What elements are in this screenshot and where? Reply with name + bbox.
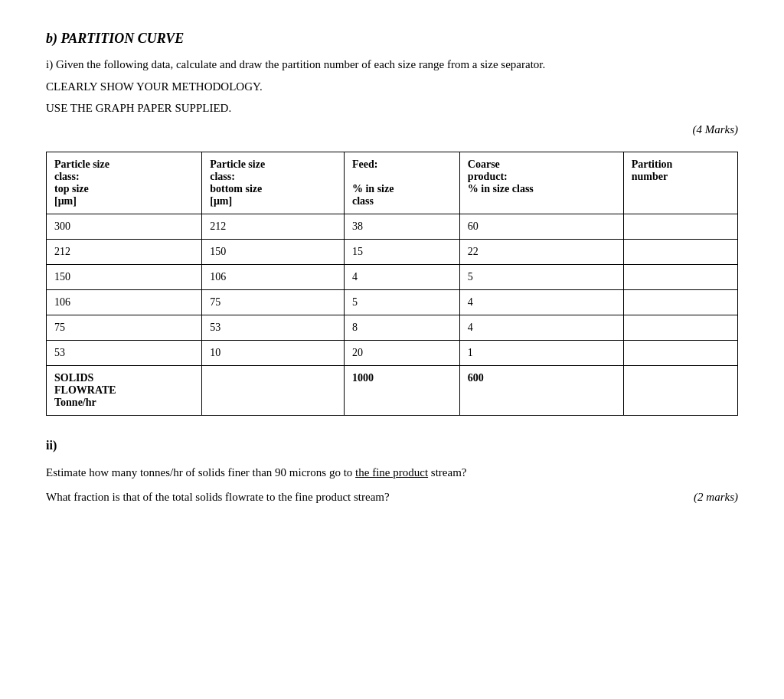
- header-col4: Coarse product: % in size class: [459, 152, 623, 214]
- table-row: 106 75 5 4: [47, 289, 738, 315]
- row6-col1: 53: [47, 340, 202, 365]
- row4-col2: 75: [202, 289, 345, 315]
- row5-col1: 75: [47, 315, 202, 340]
- row4-col1: 106: [47, 289, 202, 315]
- marks-1: (4 Marks): [46, 123, 738, 136]
- underline-text: the fine product: [355, 466, 428, 479]
- row2-col2: 150: [202, 239, 345, 264]
- row4-col5: [623, 289, 737, 315]
- header-col2: Particle size class: bottom size [μm]: [202, 152, 345, 214]
- row5-col3: 8: [344, 315, 459, 340]
- table-header-row: Particle size class: top size [μm] Parti…: [47, 152, 738, 214]
- header-col3: Feed: % in size class: [344, 152, 459, 214]
- row6-col3: 20: [344, 340, 459, 365]
- partition-table: Particle size class: top size [μm] Parti…: [46, 152, 738, 416]
- header-col1: Particle size class: top size [μm]: [47, 152, 202, 214]
- row3-col5: [623, 264, 737, 289]
- intro-text-2: CLEARLY SHOW YOUR METHODOLOGY.: [46, 78, 738, 96]
- question2-text: What fraction is that of the total solid…: [46, 491, 390, 504]
- row1-col5: [623, 214, 737, 239]
- row3-col4: 5: [459, 264, 623, 289]
- row6-col2: 10: [202, 340, 345, 365]
- row3-col1: 150: [47, 264, 202, 289]
- header-col5: Partition number: [623, 152, 737, 214]
- table-row: 300 212 38 60: [47, 214, 738, 239]
- table-row: 75 53 8 4: [47, 315, 738, 340]
- row2-col3: 15: [344, 239, 459, 264]
- footer-col3: 1000: [344, 365, 459, 415]
- footer-col1: SOLIDS FLOWRATE Tonne/hr: [47, 365, 202, 415]
- row5-col2: 53: [202, 315, 345, 340]
- row5-col5: [623, 315, 737, 340]
- row1-col1: 300: [47, 214, 202, 239]
- part-ii-label: ii): [46, 439, 738, 452]
- row2-col4: 22: [459, 239, 623, 264]
- row1-col2: 212: [202, 214, 345, 239]
- row2-col5: [623, 239, 737, 264]
- row6-col4: 1: [459, 340, 623, 365]
- table-row: 53 10 20 1: [47, 340, 738, 365]
- row1-col3: 38: [344, 214, 459, 239]
- footer-col2: [202, 365, 345, 415]
- question1: Estimate how many tonnes/hr of solids fi…: [46, 463, 738, 482]
- row4-col4: 4: [459, 289, 623, 315]
- table-container: Particle size class: top size [μm] Parti…: [46, 152, 738, 416]
- row4-col3: 5: [344, 289, 459, 315]
- intro-text-1: i) Given the following data, calculate a…: [46, 56, 738, 73]
- row2-col1: 212: [47, 239, 202, 264]
- question2-line: What fraction is that of the total solid…: [46, 491, 738, 504]
- footer-col4: 600: [459, 365, 623, 415]
- row6-col5: [623, 340, 737, 365]
- marks-2: (2 marks): [694, 491, 738, 504]
- table-footer-row: SOLIDS FLOWRATE Tonne/hr 1000 600: [47, 365, 738, 415]
- row3-col2: 106: [202, 264, 345, 289]
- row5-col4: 4: [459, 315, 623, 340]
- table-row: 150 106 4 5: [47, 264, 738, 289]
- intro-text-3: USE THE GRAPH PAPER SUPPLIED.: [46, 100, 738, 117]
- row3-col3: 4: [344, 264, 459, 289]
- row1-col4: 60: [459, 214, 623, 239]
- footer-col5: [623, 365, 737, 415]
- part-ii-section: ii) Estimate how many tonnes/hr of solid…: [46, 439, 738, 504]
- table-row: 212 150 15 22: [47, 239, 738, 264]
- section-title: b) PARTITION CURVE: [46, 31, 738, 47]
